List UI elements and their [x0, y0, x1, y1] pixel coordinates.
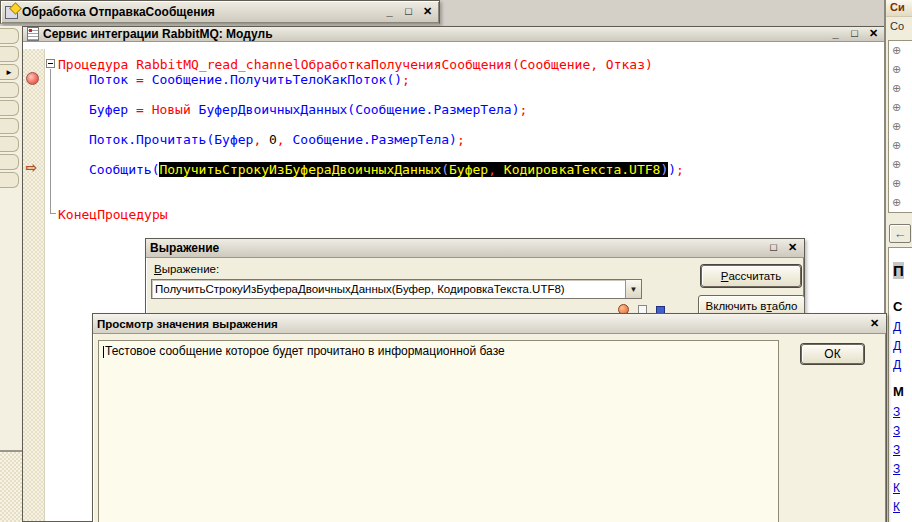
code-line	[45, 87, 885, 102]
breakpoint-icon[interactable]	[26, 72, 39, 85]
code-token: ,	[488, 162, 496, 177]
code-token: =	[136, 102, 152, 117]
code-line: Сообщить(ПолучитьСтрокуИзБуфераДвоичныхД…	[45, 162, 885, 177]
code-line	[45, 192, 885, 207]
maximize-button[interactable]: □	[847, 27, 862, 41]
close-button[interactable]: ✕	[420, 5, 435, 19]
tree-expand-plus-icon[interactable]: ⊕	[892, 120, 901, 133]
side-tab-2[interactable]	[0, 46, 19, 62]
side-tab-1[interactable]	[0, 28, 19, 44]
code-line: Процедура RabbitMQ_read_channelОбработка…	[45, 57, 885, 72]
close-button[interactable]: ✕	[867, 317, 882, 331]
play-triangle-icon: ►	[5, 68, 13, 77]
expression-value[interactable]: ПолучитьСтрокуИзБуфераДвоичныхДанных(Буф…	[152, 283, 625, 295]
side-tab-8[interactable]	[0, 154, 19, 170]
doc-link[interactable]: Д	[893, 358, 912, 372]
tree-item[interactable]: ⊕	[889, 98, 912, 117]
code-token: КодировкаТекста.UTF8	[496, 162, 660, 177]
code-token: Буфер	[89, 102, 136, 117]
tree-item[interactable]: ⊕	[889, 60, 912, 79]
code-token: ;	[520, 102, 528, 117]
code-lines: Процедура RabbitMQ_read_channelОбработка…	[45, 49, 885, 222]
editor-gutter[interactable]: ⇨	[23, 49, 45, 521]
code-line: Поток.Прочитать(Буфер, 0, Сообщение.Разм…	[45, 132, 885, 147]
doc-link[interactable]: З	[893, 424, 912, 438]
tree-expand-plus-icon[interactable]: ⊕	[892, 44, 901, 57]
tree-item[interactable]: ⊕	[889, 136, 912, 155]
minimize-button[interactable]: _	[828, 27, 843, 41]
fold-line	[50, 69, 51, 214]
main-window-titlebar[interactable]: Обработка ОтправкаСообщения _ □ ✕	[0, 0, 440, 24]
left-tab-strip: ►	[0, 26, 22, 450]
code-token: Новый	[152, 102, 199, 117]
expression-field-label: Выражение:	[154, 263, 219, 275]
code-line: Поток = Сообщение.ПолучитьТелоКакПоток()…	[45, 72, 885, 87]
doc-link[interactable]: Д	[893, 339, 912, 353]
value-view-titlebar[interactable]: Просмотр значения выражения ✕	[93, 314, 886, 334]
tree-item[interactable]: ⊕	[889, 155, 912, 174]
code-token: Сообщение.РазмерТела)	[293, 132, 457, 147]
tree-expand-plus-icon[interactable]: ⊕	[892, 177, 901, 190]
side-tab-3[interactable]: ►	[0, 64, 19, 80]
value-text: Тестовое сообщение которое будет прочита…	[105, 344, 505, 358]
maximize-button[interactable]: □	[401, 5, 416, 19]
tree-expand-plus-icon[interactable]: ⊕	[892, 158, 901, 171]
code-token: =	[136, 72, 152, 87]
side-tab-7[interactable]	[0, 136, 19, 152]
value-view-dialog: Просмотр значения выражения ✕ Тестовое с…	[92, 313, 887, 522]
side-tab-6[interactable]	[0, 118, 19, 134]
syntax-helper-title: Си	[886, 0, 912, 17]
current-line-arrow-icon[interactable]: ⇨	[26, 161, 37, 175]
background-editor-gutter	[0, 452, 22, 522]
ok-button[interactable]: ОК	[801, 344, 864, 364]
doc-link[interactable]: З	[893, 443, 912, 457]
chevron-down-icon[interactable]: ▼	[625, 280, 641, 298]
syntax-helper-doc[interactable]: ПСДДДМЗЗЗЗКК	[888, 247, 912, 522]
doc-link[interactable]: Д	[893, 320, 912, 334]
side-tab-5[interactable]	[0, 100, 19, 116]
calculate-button[interactable]: Рассчитать	[701, 265, 801, 287]
code-token: Сообщение.ПолучитьТелоКакПоток()	[152, 72, 402, 87]
syntax-helper-tree[interactable]: ⊕⊕⊕⊕⊕⊕⊕⊕⊕	[888, 40, 912, 213]
form-icon	[5, 6, 18, 19]
code-token: ,	[253, 132, 269, 147]
ide-screen: Обработка ОтправкаСообщения _ □ ✕ ► Серв…	[0, 0, 912, 522]
side-tab-9[interactable]	[0, 172, 19, 188]
fold-collapse-icon[interactable]	[46, 59, 55, 68]
tree-expand-plus-icon[interactable]: ⊕	[892, 101, 901, 114]
expression-dialog-title: Выражение	[150, 241, 219, 255]
side-tab-4[interactable]	[0, 82, 19, 98]
minimize-button[interactable]: _	[382, 5, 397, 19]
syntax-helper-panel: Си Со ⊕⊕⊕⊕⊕⊕⊕⊕⊕ ← ПСДДДМЗЗЗЗКК	[884, 0, 912, 522]
doc-heading: П	[893, 262, 912, 279]
tree-expand-plus-icon[interactable]: ⊕	[892, 63, 901, 76]
module-window-titlebar[interactable]: Сервис интеграции RabbitMQ: Модуль _ □ ✕	[23, 27, 885, 42]
syntax-helper-toolbar-label: Со	[886, 17, 912, 37]
tree-item[interactable]: ⊕	[889, 117, 912, 136]
code-token: Процедура RabbitMQ_read_channelОбработка…	[58, 57, 653, 72]
doc-heading-text: П	[893, 262, 904, 279]
tree-item[interactable]: ⊕	[889, 193, 912, 212]
value-text-field[interactable]: Тестовое сообщение которое будет прочита…	[98, 340, 779, 522]
fold-line-corner	[50, 213, 56, 214]
back-arrow-icon[interactable]: ←	[889, 224, 911, 243]
tree-item[interactable]: ⊕	[889, 174, 912, 193]
doc-link[interactable]: К	[893, 481, 912, 495]
maximize-button[interactable]: □	[766, 241, 781, 255]
close-button[interactable]: ✕	[866, 27, 881, 41]
expression-dialog-titlebar[interactable]: Выражение □ ✕	[146, 239, 804, 258]
expression-combobox[interactable]: ПолучитьСтрокуИзБуфераДвоичныхДанных(Буф…	[151, 279, 642, 299]
doc-link[interactable]: К	[893, 500, 912, 514]
code-line: КонецПроцедуры	[45, 207, 885, 222]
close-button[interactable]: ✕	[785, 241, 800, 255]
tree-item[interactable]: ⊕	[889, 79, 912, 98]
tree-expand-plus-icon[interactable]: ⊕	[892, 82, 901, 95]
doc-link[interactable]: З	[893, 405, 912, 419]
code-line	[45, 177, 885, 192]
doc-link[interactable]: З	[893, 462, 912, 476]
doc-heading: С	[893, 299, 912, 314]
tree-item[interactable]: ⊕	[889, 41, 912, 60]
tree-expand-plus-icon[interactable]: ⊕	[892, 139, 901, 152]
code-line	[45, 147, 885, 162]
tree-expand-plus-icon[interactable]: ⊕	[892, 196, 901, 209]
